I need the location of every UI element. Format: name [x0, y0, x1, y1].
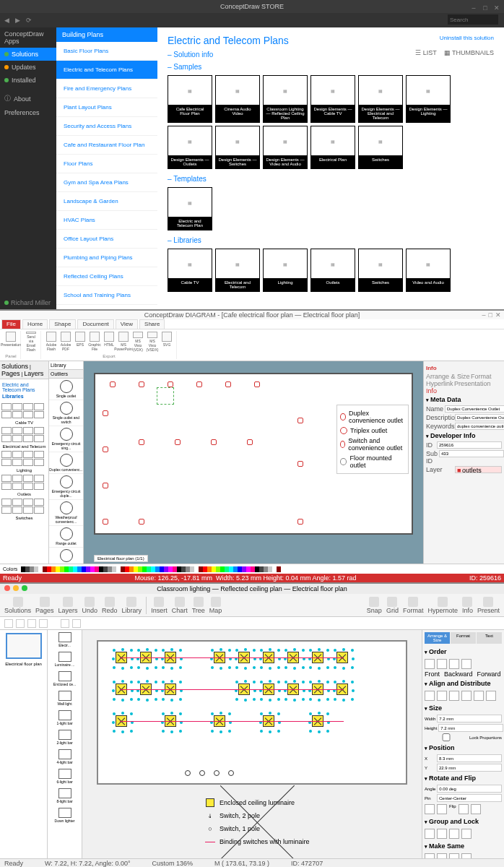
- sidebar-apps[interactable]: ConceptDraw Apps: [0, 27, 56, 48]
- lib-icon[interactable]: [23, 459, 33, 466]
- shape-item[interactable]: Weatherproof convenienc...: [49, 500, 83, 526]
- tool-text[interactable]: [39, 619, 48, 628]
- uninstall-link[interactable]: Uninstall this solution: [440, 35, 494, 41]
- thumbnail[interactable]: ▦Cafe Electrical Floor Plan: [168, 75, 212, 123]
- toolbar-button[interactable]: Redo: [102, 597, 118, 614]
- section-libraries[interactable]: Libraries: [168, 236, 494, 244]
- maximize-icon[interactable]: □: [481, 1, 490, 10]
- toolbar-button[interactable]: Grid: [386, 597, 399, 614]
- toolbar-button[interactable]: Layers: [58, 597, 78, 614]
- y-field[interactable]: [437, 764, 502, 772]
- section-templates[interactable]: Templates: [168, 175, 494, 183]
- toolbar-button[interactable]: Map: [209, 597, 222, 614]
- doc-tab[interactable]: Electrical floor plan (1/1): [94, 555, 148, 562]
- height-field[interactable]: [438, 724, 503, 732]
- ribbon-button[interactable]: MS Visio (VSDX): [146, 332, 159, 352]
- mac-shape-item[interactable]: Electr...: [48, 630, 82, 650]
- lib-icon[interactable]: [1, 499, 12, 506]
- thumbnail[interactable]: ▦Design Elements — Electrical and Teleco…: [358, 75, 403, 123]
- view-thumbnails[interactable]: ▦ THUMBNAILS: [444, 49, 494, 56]
- ribbon-button[interactable]: EPS: [74, 332, 87, 352]
- toolbar-button[interactable]: Insert: [151, 597, 168, 614]
- lib-icon[interactable]: [23, 499, 33, 506]
- ribbon-button[interactable]: Presentation: [4, 332, 17, 352]
- sidebar-solutions[interactable]: Solutions: [0, 48, 56, 61]
- close-icon[interactable]: ✕: [495, 311, 501, 319]
- thumbnail[interactable]: ▦Design Elements — Outlets: [168, 126, 212, 169]
- lib-icon[interactable]: [1, 403, 12, 410]
- category-item[interactable]: Electric and Telecom Plans: [56, 61, 157, 79]
- shape-item[interactable]: Range outlet: [49, 526, 83, 548]
- thumbnail[interactable]: ▦Electric and Telecom Plan: [168, 187, 212, 230]
- category-item[interactable]: Office Layout Plans: [56, 230, 157, 249]
- shape-item[interactable]: Single outlet and switch: [49, 400, 83, 426]
- lib-icon[interactable]: [12, 483, 22, 490]
- category-item[interactable]: Plant Layout Plans: [56, 98, 157, 117]
- lib-icon[interactable]: [1, 451, 12, 458]
- toolbar-button[interactable]: Tree: [192, 597, 205, 614]
- sidebar-updates[interactable]: Updates: [0, 61, 56, 74]
- view-list[interactable]: ☰ LIST: [415, 49, 437, 56]
- shape-item[interactable]: Duplex convenienc...: [49, 452, 83, 474]
- lib-icon[interactable]: [34, 427, 44, 434]
- lib-icon[interactable]: [12, 411, 22, 418]
- order-backward[interactable]: [437, 659, 447, 669]
- lib-icon[interactable]: [1, 411, 12, 418]
- toolbar-button[interactable]: Info: [462, 597, 473, 614]
- ribbon-button[interactable]: MS Visio (VDX): [131, 332, 144, 352]
- minimize-icon[interactable]: –: [469, 1, 478, 10]
- thumbnail[interactable]: ▦Design Elements — Cable TV: [310, 75, 355, 123]
- lib-icon[interactable]: [34, 403, 44, 410]
- toolbar-button[interactable]: Undo: [82, 597, 98, 614]
- lib-icon[interactable]: [34, 451, 44, 458]
- lib-icon[interactable]: [23, 411, 33, 418]
- tool-zoom[interactable]: [61, 619, 69, 628]
- ribbon-tab[interactable]: Share: [139, 319, 165, 329]
- tool-select[interactable]: [4, 619, 13, 628]
- switch-symbol[interactable]: [228, 770, 234, 776]
- category-item[interactable]: HVAC Plans: [56, 211, 157, 230]
- thumbnail[interactable]: ▦Switches: [358, 249, 403, 292]
- lib-icon[interactable]: [12, 459, 22, 466]
- switch-symbol[interactable]: [185, 770, 191, 776]
- thumbnail[interactable]: ▦Design Elements — Lighting: [406, 75, 451, 123]
- close-icon[interactable]: ✕: [492, 1, 501, 10]
- section-samples[interactable]: Samples: [168, 63, 494, 71]
- thumbnail[interactable]: ▦Electrical and Telecom: [215, 249, 260, 292]
- ribbon-button[interactable]: SVG: [160, 332, 173, 352]
- ribbon-button[interactable]: Adobe Flash: [45, 332, 58, 352]
- lib-icon[interactable]: [12, 403, 22, 410]
- shape-item[interactable]: Single outlet: [49, 379, 83, 400]
- category-item[interactable]: Floor Plans: [56, 155, 157, 173]
- zoom-icon[interactable]: [22, 585, 27, 591]
- lib-icon[interactable]: [1, 506, 12, 514]
- ribbon-tab[interactable]: File: [1, 319, 21, 329]
- shape-item[interactable]: Switch and convenien...: [49, 548, 83, 564]
- lib-icon[interactable]: [12, 427, 22, 434]
- lib-icon[interactable]: [23, 483, 33, 490]
- page-thumbnail[interactable]: [6, 633, 42, 659]
- ribbon-button[interactable]: MS PowerPoint: [117, 332, 130, 352]
- lib-icon[interactable]: [34, 411, 44, 418]
- mac-shape-item[interactable]: 4-light bar: [48, 747, 82, 767]
- back-icon[interactable]: ◀: [4, 17, 9, 24]
- category-item[interactable]: Reflected Ceiling Plans: [56, 267, 157, 286]
- lib-icon[interactable]: [12, 506, 22, 514]
- mac-shape-item[interactable]: Down lighter: [48, 806, 82, 825]
- lock-proportions[interactable]: [425, 733, 468, 741]
- mac-shape-item[interactable]: Enclosed ce...: [48, 669, 82, 689]
- refresh-icon[interactable]: ⟳: [26, 17, 32, 24]
- sidebar-installed[interactable]: Installed: [0, 74, 56, 87]
- mac-shape-item[interactable]: 2-light bar: [48, 728, 82, 747]
- thumbnail[interactable]: ▦Switches: [358, 126, 403, 169]
- mac-shape-item[interactable]: Luminaire ...: [48, 650, 82, 669]
- thumbnail[interactable]: ▦Cable TV: [168, 249, 212, 292]
- toolbar-button[interactable]: Library: [122, 597, 142, 614]
- lib-icon[interactable]: [12, 475, 22, 482]
- maximize-icon[interactable]: □: [489, 311, 492, 319]
- thumbnail[interactable]: ▦Design Elements — Switches: [215, 126, 260, 169]
- subid-field[interactable]: [439, 450, 504, 457]
- drawing-canvas[interactable]: Duplex convenience outlet Triplex outlet…: [84, 361, 423, 564]
- forward-icon[interactable]: ▶: [15, 17, 20, 24]
- tree-solution[interactable]: Electric and Telecom Plans: [2, 381, 46, 393]
